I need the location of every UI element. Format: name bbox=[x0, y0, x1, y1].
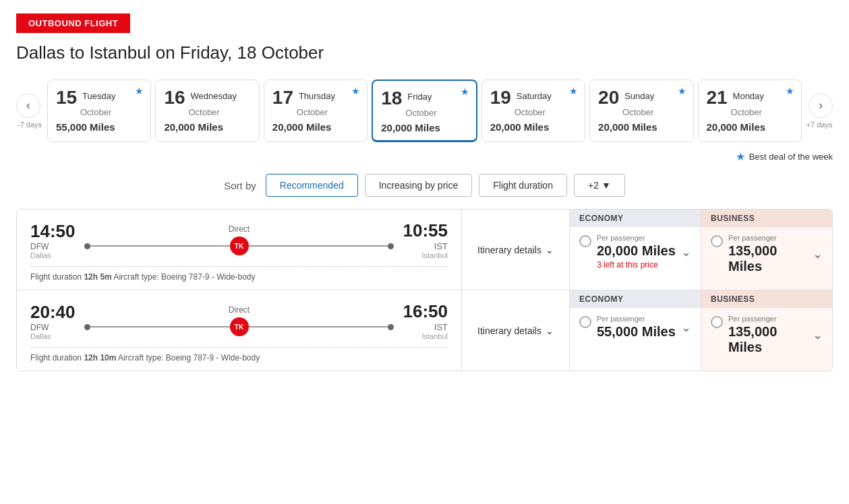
itinerary-details-button-f1[interactable]: Itinerary details ⌄ bbox=[462, 210, 570, 290]
route-title: Dallas to Istanbul on Friday, 18 October bbox=[16, 42, 833, 63]
date-cards: ★ 15 Tuesday October 55,000 Miles 16 Wed… bbox=[47, 80, 802, 142]
business-miles: 135,000 Miles bbox=[728, 243, 807, 274]
economy-miles: 20,000 Miles bbox=[597, 243, 676, 259]
flight-times-f1: 14:50 DFW Dallas Direct TK 10:55 bbox=[30, 220, 448, 259]
date-day: 19 bbox=[490, 87, 511, 108]
date-star-icon: ★ bbox=[351, 86, 360, 96]
next-days-label: +7 days bbox=[807, 121, 833, 129]
flight-arrive-code: IST bbox=[401, 241, 448, 251]
economy-chevron-icon[interactable]: ⌄ bbox=[681, 320, 691, 335]
date-dayname: Saturday bbox=[517, 91, 552, 101]
flight-depart-code: DFW bbox=[30, 242, 78, 251]
date-day: 21 bbox=[707, 87, 728, 108]
flight-arrive-city: Istanbul bbox=[401, 251, 448, 259]
sort-duration-button[interactable]: Flight duration bbox=[479, 174, 567, 197]
fare-business-f2: BUSINESS Per passenger 135,000 Miles ⌄ bbox=[701, 290, 832, 371]
fare-section-f2: ECONOMY Per passenger 55,000 Miles ⌄ BUS… bbox=[570, 290, 832, 371]
results-container: 14:50 DFW Dallas Direct TK 10:55 bbox=[16, 209, 833, 371]
date-card-d19[interactable]: ★ 19 Saturday October 20,000 Miles bbox=[481, 80, 585, 142]
next-dates-button[interactable]: › bbox=[809, 94, 833, 118]
date-card-d15[interactable]: ★ 15 Tuesday October 55,000 Miles bbox=[47, 80, 151, 142]
flight-depart-code: DFW bbox=[30, 323, 78, 332]
flight-dot-left bbox=[84, 243, 90, 249]
itinerary-details-button-f2[interactable]: Itinerary details ⌄ bbox=[462, 290, 570, 371]
flight-depart-time: 20:40 bbox=[30, 302, 78, 323]
economy-radio[interactable] bbox=[579, 316, 591, 328]
flight-line: TK bbox=[84, 317, 394, 336]
sort-section: Sort by Recommended Increasing by price … bbox=[16, 174, 833, 197]
business-radio[interactable] bbox=[711, 235, 723, 247]
date-miles: 20,000 Miles bbox=[164, 121, 250, 133]
sort-more-label: +2 bbox=[588, 180, 599, 191]
business-radio[interactable] bbox=[711, 316, 723, 328]
airline-logo-icon: TK bbox=[230, 317, 249, 336]
flight-arrive-city: Istanbul bbox=[401, 332, 448, 340]
sort-price-button[interactable]: Increasing by price bbox=[365, 174, 473, 197]
flight-aircraft-value: Boeing 787-9 - Wide-body bbox=[161, 272, 255, 282]
itinerary-chevron-icon: ⌄ bbox=[546, 245, 554, 255]
date-dayname: Monday bbox=[733, 91, 764, 101]
date-miles: 20,000 Miles bbox=[272, 121, 359, 133]
economy-details: Per passenger 55,000 Miles bbox=[597, 315, 676, 340]
flight-line-middle bbox=[90, 326, 230, 327]
business-per-passenger: Per passenger bbox=[728, 315, 807, 323]
sort-label: Sort by bbox=[224, 180, 256, 191]
date-star-icon: ★ bbox=[786, 86, 794, 96]
date-day: 17 bbox=[272, 87, 293, 108]
date-card-d21[interactable]: ★ 21 Monday October 20,000 Miles bbox=[698, 80, 802, 142]
sort-more-button[interactable]: +2 ▼ bbox=[574, 174, 625, 197]
fare-section-f1: ECONOMY Per passenger 20,000 Miles 3 lef… bbox=[570, 210, 832, 290]
flight-type-label: Direct bbox=[229, 224, 250, 234]
economy-per-passenger: Per passenger bbox=[597, 315, 676, 323]
date-miles: 55,000 Miles bbox=[56, 121, 142, 133]
date-dayname: Sunday bbox=[624, 91, 654, 101]
flight-duration-label: Flight duration bbox=[30, 272, 84, 282]
date-miles: 20,000 Miles bbox=[598, 121, 684, 133]
fare-economy-f2: ECONOMY Per passenger 55,000 Miles ⌄ bbox=[570, 290, 701, 371]
date-card-d18[interactable]: ★ 18 Friday October 20,000 Miles bbox=[372, 80, 477, 142]
flight-aircraft-label: Aircraft type: bbox=[113, 272, 161, 282]
business-header: BUSINESS bbox=[701, 290, 832, 308]
economy-radio[interactable] bbox=[579, 235, 591, 247]
business-radio-row: Per passenger 135,000 Miles ⌄ bbox=[711, 234, 823, 274]
sort-more-chevron-icon: ▼ bbox=[602, 180, 611, 191]
flight-arrive-code: IST bbox=[401, 322, 448, 332]
economy-miles: 55,000 Miles bbox=[597, 324, 676, 340]
flight-row-f2: 20:40 DFW Dallas Direct TK 16:50 bbox=[17, 290, 832, 371]
date-miles: 20,000 Miles bbox=[381, 122, 467, 133]
flight-duration-label: Flight duration bbox=[30, 353, 84, 363]
date-month: October bbox=[80, 107, 142, 117]
date-dayname: Wednesday bbox=[190, 91, 236, 101]
flight-depart-city: Dallas bbox=[30, 332, 78, 340]
prev-dates-button[interactable]: ‹ bbox=[16, 94, 40, 118]
economy-chevron-icon[interactable]: ⌄ bbox=[681, 245, 691, 259]
date-card-d20[interactable]: ★ 20 Sunday October 20,000 Miles bbox=[589, 80, 693, 142]
sort-recommended-button[interactable]: Recommended bbox=[266, 174, 358, 197]
airline-logo-icon: TK bbox=[230, 237, 249, 255]
date-dayname: Thursday bbox=[299, 91, 335, 101]
date-month: October bbox=[622, 107, 684, 117]
flight-arrive-time: 10:55 bbox=[401, 220, 448, 241]
best-deal-star-icon: ★ bbox=[736, 150, 745, 163]
business-radio-row: Per passenger 135,000 Miles ⌄ bbox=[711, 315, 823, 355]
business-chevron-icon[interactable]: ⌄ bbox=[813, 327, 823, 342]
itinerary-details-label: Itinerary details bbox=[477, 325, 541, 336]
itinerary-chevron-icon: ⌄ bbox=[546, 325, 554, 336]
date-card-d16[interactable]: 16 Wednesday October 20,000 Miles bbox=[155, 80, 259, 142]
date-dayname: Tuesday bbox=[82, 91, 115, 101]
flight-arrive-block: 16:50 IST Istanbul bbox=[401, 301, 448, 340]
business-miles: 135,000 Miles bbox=[728, 324, 807, 355]
fare-business-f1: BUSINESS Per passenger 135,000 Miles ⌄ bbox=[701, 210, 832, 290]
date-day: 20 bbox=[598, 87, 619, 108]
flight-duration-row: Flight duration 12h 10m Aircraft type: B… bbox=[30, 347, 448, 363]
business-chevron-icon[interactable]: ⌄ bbox=[813, 247, 823, 261]
flight-duration-value: 12h 10m bbox=[84, 353, 116, 363]
business-details: Per passenger 135,000 Miles bbox=[728, 234, 807, 274]
date-day: 18 bbox=[381, 88, 402, 109]
business-details: Per passenger 135,000 Miles bbox=[728, 315, 807, 355]
date-card-d17[interactable]: ★ 17 Thursday October 20,000 Miles bbox=[264, 80, 368, 142]
itinerary-details-label: Itinerary details bbox=[477, 245, 541, 255]
prev-days-label: -7 days bbox=[18, 121, 42, 129]
economy-per-passenger: Per passenger bbox=[597, 234, 676, 242]
flight-arrive-time: 16:50 bbox=[401, 301, 448, 322]
